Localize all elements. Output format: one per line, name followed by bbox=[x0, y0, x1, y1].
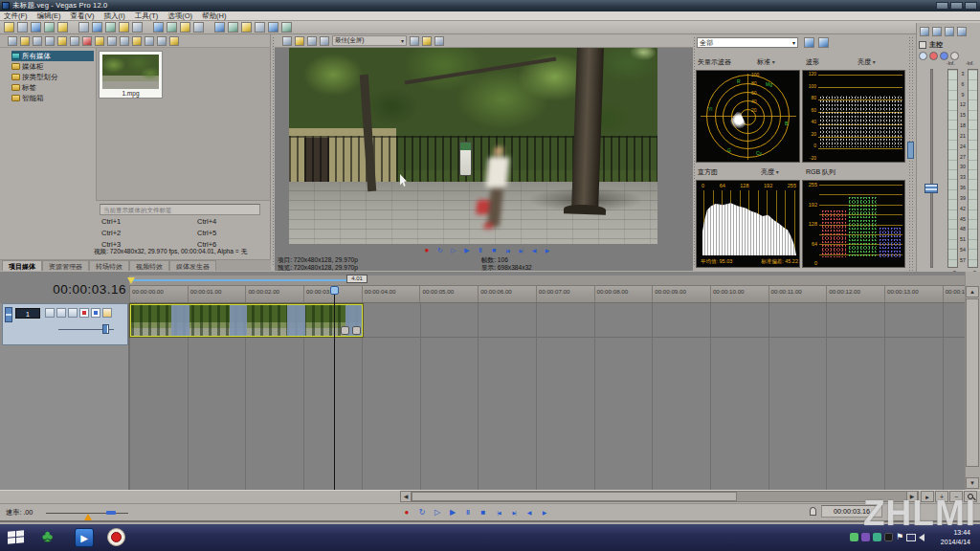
scroll-left-button[interactable]: ◀ bbox=[400, 491, 412, 502]
new-project-icon[interactable] bbox=[4, 22, 14, 33]
project-video-properties-icon[interactable] bbox=[282, 36, 292, 46]
mixer-properties-icon[interactable] bbox=[945, 27, 954, 36]
start-button[interactable] bbox=[501, 245, 513, 255]
save-as-icon[interactable] bbox=[44, 22, 55, 33]
next-button[interactable] bbox=[542, 245, 553, 255]
envelope-edit-tool-icon[interactable] bbox=[228, 22, 238, 33]
scopes-preset-dropdown[interactable]: 全部 bbox=[697, 37, 798, 48]
horizontal-scroll-thumb[interactable] bbox=[412, 492, 737, 501]
start-button[interactable] bbox=[8, 530, 24, 543]
scroll-up-button[interactable]: ▲ bbox=[966, 286, 979, 298]
track-minimize-handle[interactable] bbox=[5, 307, 12, 322]
menu-item-1[interactable]: 编辑(E) bbox=[37, 11, 61, 21]
properties-toggle-icon[interactable] bbox=[95, 36, 104, 46]
cut-icon[interactable] bbox=[78, 22, 89, 33]
dock-tab-2[interactable]: 转场特效 bbox=[89, 260, 129, 271]
help-select-icon[interactable] bbox=[281, 22, 292, 33]
tree-item-3[interactable]: 标签 bbox=[11, 82, 94, 93]
update-scopes-icon[interactable] bbox=[804, 37, 814, 48]
mixer-views-icon[interactable] bbox=[957, 27, 967, 36]
start-preview-icon[interactable] bbox=[120, 36, 129, 46]
media-info-icon[interactable] bbox=[107, 36, 117, 46]
loop-region-bar[interactable] bbox=[130, 279, 363, 281]
tree-item-1[interactable]: 媒体柜 bbox=[11, 61, 94, 72]
preview-on-external-monitor-icon[interactable] bbox=[295, 36, 304, 46]
insert-assignable-fx-icon[interactable] bbox=[932, 27, 942, 36]
play-button[interactable] bbox=[446, 506, 459, 518]
histogram-mode-dropdown[interactable]: 亮度 bbox=[761, 167, 779, 177]
lock-envelopes-icon[interactable] bbox=[180, 22, 190, 33]
capture-video-icon[interactable] bbox=[57, 36, 67, 46]
vertical-scroll-thumb[interactable] bbox=[966, 298, 979, 467]
media-tag-input[interactable] bbox=[100, 204, 260, 215]
loop-button[interactable] bbox=[434, 245, 446, 255]
menu-item-3[interactable]: 插入(I) bbox=[104, 11, 125, 21]
menu-item-2[interactable]: 查看(V) bbox=[71, 11, 95, 21]
tree-item-4[interactable]: 智能箱 bbox=[11, 93, 94, 103]
menu-item-4[interactable]: 工具(T) bbox=[135, 11, 159, 21]
normal-edit-tool-icon[interactable] bbox=[214, 22, 225, 33]
screen-recorder-icon[interactable] bbox=[107, 528, 125, 546]
extract-audio-icon[interactable] bbox=[70, 36, 79, 46]
remove-all-icon[interactable] bbox=[82, 36, 92, 46]
add-bin-icon[interactable] bbox=[20, 36, 30, 46]
views-dropdown-icon[interactable] bbox=[157, 36, 167, 46]
solo-button[interactable] bbox=[940, 52, 948, 60]
tray-icon-2[interactable] bbox=[861, 533, 870, 541]
menu-item-6[interactable]: 帮助(H) bbox=[202, 11, 226, 21]
end-button[interactable] bbox=[507, 506, 521, 518]
waveform-mode-dropdown[interactable]: 亮度 bbox=[858, 57, 876, 67]
end-button[interactable] bbox=[515, 245, 526, 255]
green-clover-app-icon[interactable]: ♣ bbox=[42, 527, 53, 546]
tag-icon[interactable] bbox=[8, 36, 17, 46]
save-snapshot-icon[interactable] bbox=[434, 36, 444, 46]
cursor-timecode-display[interactable]: 00:00:03.16 bbox=[2, 282, 126, 298]
record-button[interactable] bbox=[421, 245, 433, 255]
dock-tab-3[interactable]: 视频特效 bbox=[129, 260, 169, 271]
prev-button[interactable] bbox=[523, 506, 536, 518]
dock-tab-4[interactable]: 媒体发生器 bbox=[169, 260, 216, 271]
video-track-header[interactable]: 1 bbox=[2, 303, 128, 345]
scope-settings-icon[interactable] bbox=[818, 37, 829, 48]
project-properties-icon[interactable] bbox=[57, 22, 68, 33]
stop-button[interactable] bbox=[488, 245, 500, 255]
preview-quality-toggle-icon[interactable] bbox=[320, 36, 329, 46]
selection-edit-tool-icon[interactable] bbox=[241, 22, 252, 33]
open-icon[interactable] bbox=[17, 22, 28, 33]
play-start-button[interactable] bbox=[448, 245, 459, 255]
save-icon[interactable] bbox=[31, 22, 41, 33]
play-button[interactable] bbox=[461, 245, 473, 255]
track-fx-button[interactable] bbox=[56, 308, 66, 318]
menu-item-5[interactable]: 选项(O) bbox=[167, 11, 192, 21]
scroll-down-button[interactable]: ▼ bbox=[966, 477, 979, 489]
stop-preview-icon[interactable] bbox=[132, 36, 142, 46]
split-screen-select-icon[interactable] bbox=[410, 36, 419, 46]
timeline-cursor[interactable] bbox=[334, 286, 335, 490]
close-button[interactable] bbox=[965, 2, 977, 10]
vectorscope-mode-dropdown[interactable]: 标准 bbox=[757, 57, 775, 67]
start-button[interactable] bbox=[492, 506, 505, 518]
maximize-button[interactable] bbox=[950, 2, 963, 10]
downmix-button[interactable] bbox=[919, 52, 927, 60]
tree-item-0[interactable]: 所有媒体 bbox=[11, 51, 94, 61]
tray-icon-4[interactable] bbox=[884, 533, 893, 541]
timeline-cursor-handle[interactable] bbox=[330, 286, 339, 295]
vegas-pro-taskbar-icon[interactable]: ▶ bbox=[75, 528, 94, 547]
auto-preview-icon[interactable] bbox=[145, 36, 154, 46]
tree-item-2[interactable]: 按类型划分 bbox=[11, 72, 94, 82]
redo-icon[interactable] bbox=[132, 22, 143, 33]
event-pan-crop-button[interactable] bbox=[341, 326, 349, 335]
automation-settings-button[interactable] bbox=[68, 308, 78, 318]
copy-icon[interactable] bbox=[92, 22, 102, 33]
preview-quality-dropdown[interactable]: 最佳(全屏) bbox=[332, 35, 407, 46]
pause-button[interactable] bbox=[461, 506, 475, 518]
ignore-event-grouping-icon[interactable] bbox=[193, 22, 204, 33]
track-motion-button[interactable] bbox=[45, 308, 55, 318]
network-icon[interactable] bbox=[906, 534, 916, 541]
prev-button[interactable] bbox=[528, 245, 540, 255]
record-button[interactable] bbox=[400, 506, 413, 518]
snap-toggle-icon[interactable] bbox=[153, 22, 164, 33]
mute-button[interactable] bbox=[91, 308, 100, 318]
meter-hold-button[interactable] bbox=[950, 52, 959, 60]
copy-snapshot-icon[interactable] bbox=[422, 36, 432, 46]
